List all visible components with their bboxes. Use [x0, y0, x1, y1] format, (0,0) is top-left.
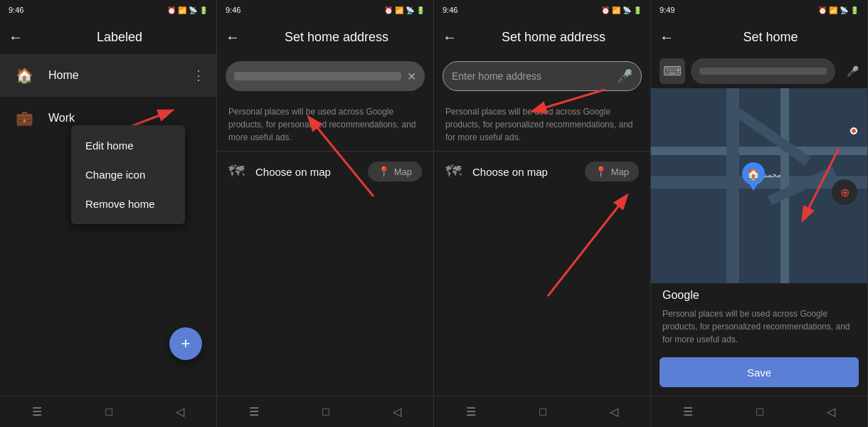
alarm-icon-3: ⏰ [601, 6, 610, 14]
mic-icon-4[interactable]: 🎤 [847, 65, 859, 77]
location-dot [850, 127, 857, 135]
battery-icon-4: 🔋 [850, 6, 859, 14]
search-placeholder-3[interactable]: Enter home address [452, 70, 611, 82]
mic-icon-3[interactable]: 🎤 [617, 68, 633, 84]
nav-bar-2: ☰ □ ◁ [217, 396, 433, 427]
home-label: Home [48, 69, 79, 82]
back-button-4[interactable]: ← [660, 29, 674, 46]
svg-marker-6 [749, 184, 758, 191]
wifi-icon-1: 📶 [178, 6, 186, 14]
map-label-arabic: محمد [763, 170, 781, 179]
back-nav-1[interactable]: ◁ [176, 405, 184, 418]
map-badge-2[interactable]: 📍 Map [368, 162, 422, 181]
status-bar-3: 9:46 ⏰ 📶 📡 🔋 [434, 0, 650, 20]
map-road-diag [735, 109, 810, 166]
info-text-2: Personal places will be used across Goog… [217, 98, 433, 151]
status-time-4: 9:49 [660, 6, 674, 14]
back-button-2[interactable]: ← [226, 29, 240, 46]
status-icons-4: ⏰ 📶 📡 🔋 [818, 6, 859, 14]
app-bar-4: ← Set home [651, 20, 867, 54]
battery-icon-3: 🔋 [633, 6, 642, 14]
page-title-4: Set home [682, 30, 859, 45]
signal-icon-1: 📡 [189, 6, 197, 14]
home-more-button[interactable]: ⋮ [192, 68, 205, 83]
panel3-content: Enter home address 🎤 Personal places wil… [434, 54, 650, 396]
nav-bar-4: ☰ □ ◁ [651, 396, 867, 427]
menu-nav-2[interactable]: ☰ [249, 405, 259, 418]
google-branding: Google [651, 283, 867, 305]
svg-text:🏠: 🏠 [746, 167, 761, 181]
compass-button[interactable]: ⊕ [832, 179, 857, 205]
panel-set-home-2: 9:46 ⏰ 📶 📡 🔋 ← Set home address ✕ Person… [217, 0, 434, 427]
search-filled-p4 [699, 68, 827, 75]
wifi-icon-2: 📶 [395, 6, 403, 14]
app-bar-2: ← Set home address [217, 20, 433, 54]
alarm-icon-1: ⏰ [167, 6, 176, 14]
search-bar-3[interactable]: Enter home address 🎤 [443, 61, 642, 91]
status-time-1: 9:46 [9, 6, 23, 14]
search-bar-p4[interactable] [691, 58, 835, 84]
signal-icon-4: 📡 [840, 6, 848, 14]
signal-icon-3: 📡 [623, 6, 631, 14]
status-time-2: 9:46 [226, 6, 240, 14]
wifi-icon-3: 📶 [612, 6, 620, 14]
home-nav-3[interactable]: □ [539, 406, 546, 418]
menu-nav-1[interactable]: ☰ [32, 405, 42, 418]
app-bar-1: ← Labeled [0, 20, 216, 54]
work-icon: 💼 [11, 105, 37, 131]
status-time-3: 9:46 [443, 6, 457, 14]
save-button-label: Save [747, 367, 771, 379]
back-nav-3[interactable]: ◁ [610, 405, 618, 418]
context-menu: Edit home Change icon Remove home [71, 125, 185, 224]
status-icons-1: ⏰ 📶 📡 🔋 [167, 6, 208, 14]
change-icon-item[interactable]: Change icon [71, 160, 185, 189]
back-nav-4[interactable]: ◁ [827, 405, 835, 418]
battery-icon-1: 🔋 [199, 6, 208, 14]
home-item[interactable]: 🏠 Home ⋮ [0, 54, 216, 97]
search-bar-2[interactable]: ✕ [226, 61, 425, 91]
choose-map-label-3: Choose on map [472, 166, 573, 178]
choose-map-label-2: Choose on map [255, 166, 356, 178]
map-badge-text-2: Map [394, 167, 412, 177]
map-outline-icon-2: 🗺 [228, 162, 244, 181]
save-button[interactable]: Save [660, 357, 859, 387]
menu-nav-4[interactable]: ☰ [683, 405, 693, 418]
back-button-3[interactable]: ← [443, 29, 457, 46]
map-badge-icon-2: 📍 [378, 166, 390, 177]
labeled-list: 🏠 Home ⋮ 💼 Work Edit home Change icon Re… [0, 54, 216, 396]
edit-home-item[interactable]: Edit home [71, 131, 185, 160]
choose-on-map-2[interactable]: 🗺 Choose on map 📍 Map [217, 151, 433, 191]
nav-bar-3: ☰ □ ◁ [434, 396, 650, 427]
remove-home-item[interactable]: Remove home [71, 189, 185, 218]
menu-nav-3[interactable]: ☰ [466, 405, 476, 418]
page-title-1: Labeled [31, 30, 208, 45]
page-title-3: Set home address [465, 30, 642, 45]
clear-icon-2[interactable]: ✕ [407, 70, 416, 83]
svg-line-2 [548, 196, 626, 296]
panel2-content: ✕ Personal places will be used across Go… [217, 54, 433, 396]
choose-on-map-3[interactable]: 🗺 Choose on map 📍 Map [434, 151, 650, 191]
home-icon: 🏠 [11, 63, 37, 88]
panel-set-home-3: 9:46 ⏰ 📶 📡 🔋 ← Set home address Enter ho… [434, 0, 651, 427]
info-text-3: Personal places will be used across Goog… [434, 98, 650, 151]
status-bar-2: 9:46 ⏰ 📶 📡 🔋 [217, 0, 433, 20]
map-badge-3[interactable]: 📍 Map [585, 162, 639, 181]
status-bar-1: 9:46 ⏰ 📶 📡 🔋 [0, 0, 216, 20]
battery-icon-2: 🔋 [416, 6, 425, 14]
search-filled-content [234, 72, 401, 80]
map-area: 🏠 محمد ⊕ [651, 88, 867, 283]
work-label: Work [48, 112, 75, 125]
alarm-icon-2: ⏰ [384, 6, 393, 14]
back-button-1[interactable]: ← [9, 29, 23, 46]
keyboard-icon[interactable]: ⌨ [660, 58, 685, 84]
search-container-2: ✕ [217, 54, 433, 98]
page-title-2: Set home address [248, 30, 425, 45]
keyboard-search-bar: ⌨ 🎤 [651, 54, 867, 88]
home-nav-2[interactable]: □ [322, 406, 329, 418]
status-icons-2: ⏰ 📶 📡 🔋 [384, 6, 425, 14]
fab-button[interactable]: + [169, 327, 202, 360]
home-nav-4[interactable]: □ [756, 406, 763, 418]
back-nav-2[interactable]: ◁ [393, 405, 401, 418]
home-nav-1[interactable]: □ [105, 406, 112, 418]
signal-icon-2: 📡 [406, 6, 414, 14]
